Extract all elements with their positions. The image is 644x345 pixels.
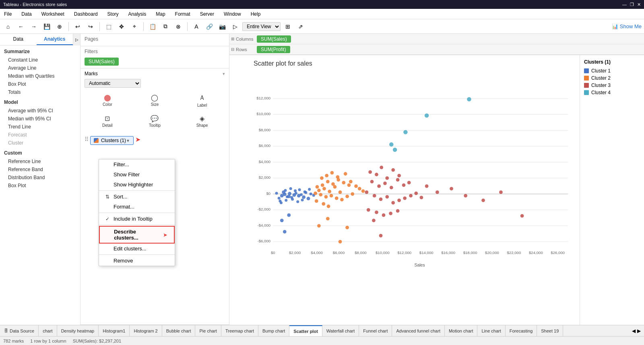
dot-c2: [317, 189, 321, 192]
ctx-sort[interactable]: ⇅ Sort...: [99, 192, 175, 202]
toolbar-redo[interactable]: ↪: [85, 21, 96, 32]
tab-bump-chart[interactable]: Bump chart: [258, 325, 289, 336]
toolbar-lasso[interactable]: ⌖: [129, 21, 140, 32]
ctx-remove[interactable]: Remove: [99, 256, 175, 266]
tab-chart[interactable]: chart: [39, 325, 57, 336]
analytics-trend-line[interactable]: Trend Line: [0, 123, 80, 131]
tab-line-chart[interactable]: Line chart: [477, 325, 505, 336]
ctx-include-tooltip[interactable]: ✓ Include in Tooltip: [99, 214, 175, 224]
analytics-reference-line[interactable]: Reference Line: [0, 157, 80, 165]
analytics-custom-box-plot[interactable]: Box Plot: [0, 182, 80, 190]
maximize-btn[interactable]: ❐: [630, 2, 634, 7]
toolbar-clearsheet[interactable]: ⊗: [173, 21, 184, 32]
menu-dashboard[interactable]: Dashboard: [72, 10, 99, 18]
ctx-edit-clusters[interactable]: Edit clusters...: [99, 244, 175, 254]
chart-title: Scatter plot for sales: [229, 55, 580, 69]
dot-c1: [296, 200, 299, 203]
menu-story[interactable]: Story: [106, 10, 120, 18]
toolbar-select[interactable]: ⬚: [103, 21, 114, 32]
mark-shape-btn[interactable]: ◈ Shape: [179, 112, 225, 130]
tab-density-heatmap[interactable]: Density heatmap: [57, 325, 99, 336]
analytics-totals[interactable]: Totals: [0, 88, 80, 96]
middle-panel: Pages Filters SUM(Sales) Marks ▾ Automat…: [80, 34, 229, 325]
toolbar-home[interactable]: ⌂: [2, 21, 14, 32]
filter-pill-sales[interactable]: SUM(Sales): [85, 58, 119, 66]
tab-forecasting[interactable]: Forecasting: [506, 325, 537, 336]
dot-c2: [327, 205, 330, 208]
toolbar-highlight[interactable]: A: [191, 21, 202, 32]
menu-format[interactable]: Format: [173, 10, 192, 18]
menu-map[interactable]: Map: [154, 10, 167, 18]
ctx-show-filter[interactable]: Show Filter: [99, 169, 175, 180]
analytics-avg-95ci[interactable]: Average with 95% CI: [0, 107, 80, 115]
tab-motion-chart[interactable]: Motion chart: [445, 325, 478, 336]
toolbar-share[interactable]: ⇗: [295, 21, 306, 32]
toolbar-link[interactable]: 🔗: [204, 21, 215, 32]
toolbar-newsheet[interactable]: 📋: [147, 21, 158, 32]
analytics-constant-line[interactable]: Constant Line: [0, 56, 80, 64]
toolbar-grid[interactable]: ⊞: [282, 21, 293, 32]
toolbar-dupsheet[interactable]: ⧉: [160, 21, 171, 32]
columns-pill[interactable]: SUM(Sales): [257, 35, 291, 43]
view-select[interactable]: Entire View Standard Fit Width: [242, 22, 281, 31]
menu-file[interactable]: File: [2, 10, 13, 18]
analytics-forecast: Forecast: [0, 131, 80, 139]
toolbar-add-datasource[interactable]: ⊕: [54, 21, 65, 32]
toolbar-pan[interactable]: ✥: [116, 21, 127, 32]
legend-item-4[interactable]: Cluster 4: [584, 90, 640, 95]
panel-expand-btn[interactable]: ▷: [73, 34, 80, 45]
toolbar-camera[interactable]: 📷: [217, 21, 228, 32]
toolbar-undo[interactable]: ↩: [72, 21, 83, 32]
analytics-average-line[interactable]: Average Line: [0, 64, 80, 72]
menu-worksheet[interactable]: Worksheet: [40, 10, 66, 18]
toolbar-save[interactable]: 💾: [41, 21, 52, 32]
mark-color-btn[interactable]: ⬤ Color: [85, 91, 130, 110]
cluster-pill[interactable]: Clusters (1) ▼: [90, 136, 134, 145]
tab-funnel[interactable]: Funnel chart: [359, 325, 392, 336]
tab-scatter-plot[interactable]: Scatter plot: [289, 325, 322, 336]
analytics-reference-band[interactable]: Reference Band: [0, 165, 80, 174]
menu-data[interactable]: Data: [20, 10, 33, 18]
mark-label-btn[interactable]: Ａ Label: [179, 91, 225, 110]
legend-item-2[interactable]: Cluster 2: [584, 75, 640, 81]
tab-waterfall[interactable]: Waterfall chart: [322, 325, 359, 336]
analytics-median-quartiles[interactable]: Median with Quartiles: [0, 72, 80, 80]
ctx-describe-clusters[interactable]: Describe clusters... ➤: [99, 226, 175, 244]
toolbar-back[interactable]: ←: [15, 21, 27, 32]
marks-type-select[interactable]: Automatic Bar Line Shape Circle: [85, 79, 141, 88]
tab-nav-next[interactable]: ▶: [637, 328, 641, 334]
tab-treemap[interactable]: Treemap chart: [221, 325, 258, 336]
mark-tooltip-btn[interactable]: 💬 Tooltip: [132, 112, 178, 130]
toolbar-forward[interactable]: →: [28, 21, 39, 32]
tab-pie-chart[interactable]: Pie chart: [195, 325, 221, 336]
analytics-median-95ci[interactable]: Median with 95% CI: [0, 115, 80, 123]
tab-histogram2[interactable]: Histogram 2: [130, 325, 162, 336]
ctx-format[interactable]: Format...: [99, 202, 175, 212]
tab-advanced-funnel[interactable]: Advanced funnel chart: [392, 325, 444, 336]
menu-analysis[interactable]: Analysis: [127, 10, 148, 18]
tab-bubble-chart[interactable]: Bubble chart: [162, 325, 196, 336]
ctx-filter[interactable]: Filter...: [99, 159, 175, 169]
close-btn[interactable]: ✕: [637, 2, 641, 7]
tab-data[interactable]: Data: [0, 34, 37, 45]
tab-analytics[interactable]: Analytics: [37, 34, 73, 45]
tab-nav-prev[interactable]: ◀: [632, 328, 636, 334]
menu-server[interactable]: Server: [198, 10, 216, 18]
analytics-box-plot[interactable]: Box Plot: [0, 80, 80, 88]
chart-content[interactable]: $12,000 $10,000 $8,000 $6,000 $4,000 $2,…: [229, 69, 580, 325]
legend-item-1[interactable]: Cluster 1: [584, 68, 640, 74]
menu-window[interactable]: Window: [222, 10, 243, 18]
mark-detail-btn[interactable]: ⊡ Detail: [85, 112, 130, 130]
rows-pill[interactable]: SUM(Profit): [257, 46, 290, 53]
menu-help[interactable]: Help: [249, 10, 262, 18]
toolbar-present[interactable]: ▷: [229, 21, 241, 32]
tab-sheet19[interactable]: Sheet 19: [537, 325, 563, 336]
minimize-btn[interactable]: —: [622, 2, 627, 7]
tab-histogram1[interactable]: Histogram1: [99, 325, 130, 336]
analytics-distribution-band[interactable]: Distribution Band: [0, 174, 80, 182]
ctx-show-highlighter[interactable]: Show Highlighter: [99, 180, 175, 190]
tab-data-source[interactable]: 🗄 Data Source: [0, 325, 39, 336]
legend-item-3[interactable]: Cluster 3: [584, 83, 640, 88]
show-me-button[interactable]: 📊 Show Me: [612, 23, 642, 29]
mark-size-btn[interactable]: ◯ Size: [132, 91, 178, 110]
